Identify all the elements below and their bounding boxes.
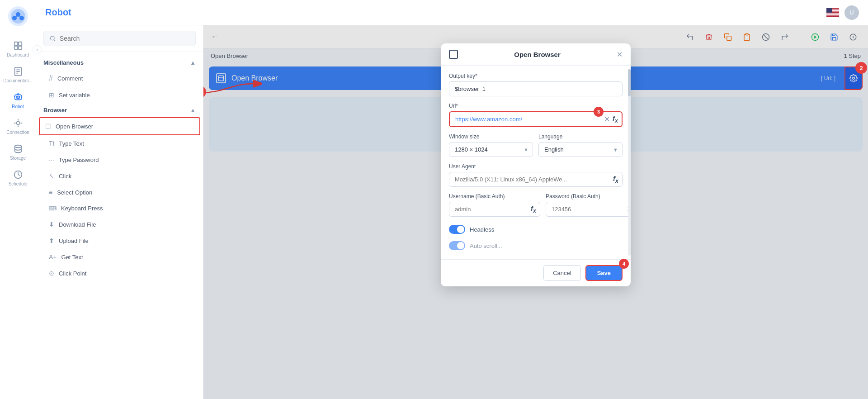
- cancel-button[interactable]: Cancel: [543, 265, 580, 281]
- save-button[interactable]: Save: [585, 265, 623, 281]
- app-logo[interactable]: [7, 5, 29, 27]
- svg-point-33: [50, 36, 54, 40]
- user-agent-group: User Agent fx: [449, 163, 623, 187]
- list-item-type-password[interactable]: ··· Type Password: [36, 152, 203, 168]
- annotation-badge-3: 3: [594, 107, 604, 117]
- sidebar-item-dashboard[interactable]: Dashboard: [0, 36, 36, 62]
- list-item-get-text[interactable]: A+ Get Text: [36, 249, 203, 265]
- sidebar-item-connection-label: Connection: [6, 130, 29, 135]
- sidebar-item-schedule[interactable]: Schedule: [0, 165, 36, 191]
- search-section: [36, 25, 203, 52]
- svg-point-22: [16, 121, 19, 124]
- list-item-set-variable[interactable]: ⊞ Set variable: [36, 87, 203, 103]
- password-group: Password (Basic Auth) fx: [546, 193, 631, 217]
- sidebar-item-storage[interactable]: Storage: [0, 139, 36, 165]
- sidebar-item-connection[interactable]: Connection: [0, 114, 36, 139]
- fx-url-button[interactable]: fx: [613, 114, 618, 124]
- click-icon: ↖: [49, 172, 54, 180]
- language-select[interactable]: English Chinese Japanese Korean French G…: [538, 142, 623, 157]
- svg-point-23: [14, 145, 21, 148]
- storage-icon: [13, 144, 23, 154]
- list-item-keyboard-press[interactable]: ⌨ Keyboard Press: [36, 200, 203, 216]
- list-item-open-browser[interactable]: ☐ Open Browser: [40, 118, 199, 134]
- sidebar-item-documentation[interactable]: Documentati...: [0, 62, 36, 88]
- sidebar: Dashboard Documentati... Robot Connecti: [0, 0, 36, 399]
- svg-point-17: [16, 96, 17, 98]
- username-wrapper: fx: [449, 202, 540, 217]
- modal-header: Open Browser ✕: [441, 43, 631, 66]
- language-flag[interactable]: [826, 8, 839, 17]
- headless-label: Headless: [470, 226, 494, 233]
- modal-body: Output key* Url* 3: [441, 66, 631, 259]
- sidebar-item-dashboard-label: Dashboard: [7, 52, 29, 57]
- list-item-download-file[interactable]: ⬇ Download File: [36, 216, 203, 233]
- modal-footer: Cancel Save 4: [441, 259, 631, 286]
- language-group: Language English Chinese Japanese Korean…: [538, 133, 623, 157]
- documentation-icon: [13, 66, 23, 76]
- clear-url-button[interactable]: ✕: [604, 115, 610, 124]
- user-avatar[interactable]: U: [844, 5, 859, 20]
- chevron-up-icon[interactable]: ▲: [190, 59, 196, 66]
- user-agent-wrapper: fx: [449, 172, 623, 187]
- url-input-wrapper: 3 ✕ fx: [449, 111, 623, 127]
- list-item-upload-file[interactable]: ⬆ Upload File: [36, 233, 203, 249]
- output-key-input[interactable]: [449, 81, 623, 96]
- list-item-click-point[interactable]: ⊙ Click Point: [36, 265, 203, 281]
- keyboard-icon: ⌨: [49, 205, 57, 212]
- modal-close-button[interactable]: ✕: [617, 50, 623, 59]
- list-item-comment[interactable]: # Comment: [36, 70, 203, 87]
- svg-rect-31: [826, 15, 839, 16]
- save-button-wrapper: Save 4: [585, 265, 623, 281]
- svg-rect-29: [826, 13, 839, 14]
- url-input[interactable]: [455, 112, 604, 126]
- sidebar-item-documentation-label: Documentati...: [3, 78, 32, 83]
- annotation-badge-4: 4: [619, 259, 629, 269]
- svg-rect-30: [826, 14, 839, 15]
- sidebar-item-robot[interactable]: Robot: [0, 88, 36, 114]
- svg-line-34: [54, 40, 55, 41]
- upload-icon: ⬆: [49, 237, 54, 244]
- window-size-label: Window size: [449, 133, 533, 140]
- modal-overlay: Open Browser ✕ Output key*: [203, 25, 868, 399]
- search-input[interactable]: [60, 35, 190, 42]
- window-size-select[interactable]: 800 × 600 1024 × 768 1280 × 1024 1920 × …: [449, 142, 533, 157]
- modal-header-icon: [449, 50, 458, 59]
- sidebar-item-storage-label: Storage: [10, 156, 26, 161]
- top-header: Robot U: [36, 0, 868, 25]
- headless-toggle[interactable]: [449, 225, 465, 234]
- type-text-icon: Tt: [49, 140, 54, 147]
- window-size-select-wrapper: 800 × 600 1024 × 768 1280 × 1024 1920 × …: [449, 142, 533, 157]
- modal-open-browser: Open Browser ✕ Output key*: [441, 43, 631, 286]
- left-panel: ‹ Miscellaneous ▲ # Comm: [36, 25, 203, 399]
- svg-point-18: [19, 96, 20, 98]
- fx-username-button[interactable]: fx: [531, 204, 536, 214]
- search-box[interactable]: [43, 31, 196, 46]
- second-toggle[interactable]: [449, 241, 465, 250]
- annotation-badge-2: 2: [855, 62, 867, 74]
- language-label: Language: [538, 133, 623, 140]
- dashboard-icon: [13, 41, 23, 51]
- fx-user-agent-button[interactable]: fx: [613, 175, 618, 184]
- panel-list: Miscellaneous ▲ # Comment ⊞ Set variable…: [36, 52, 203, 399]
- section-browser-label: Browser: [43, 107, 67, 114]
- output-key-group: Output key*: [449, 73, 623, 96]
- modal-scrollbar[interactable]: [628, 69, 631, 256]
- variable-icon: ⊞: [49, 91, 54, 99]
- headless-toggle-row: Headless: [449, 223, 623, 236]
- list-item-type-text[interactable]: Tt Type Text: [36, 135, 203, 152]
- second-toggle-label: Auto scroll...: [470, 242, 502, 249]
- username-input[interactable]: [455, 202, 531, 216]
- section-browser: Browser ▲: [36, 103, 203, 117]
- modal-scrollbar-thumb: [628, 69, 631, 96]
- chevron-up-icon-browser[interactable]: ▲: [190, 107, 196, 114]
- hash-icon: #: [49, 74, 53, 82]
- list-item-select-option[interactable]: ≡ Select Option: [36, 184, 203, 200]
- svg-rect-8: [18, 42, 21, 45]
- list-item-click[interactable]: ↖ Click: [36, 168, 203, 184]
- password-input[interactable]: [552, 202, 627, 216]
- language-select-wrapper: English Chinese Japanese Korean French G…: [538, 142, 623, 157]
- user-agent-input[interactable]: [455, 172, 613, 186]
- password-wrapper: fx: [546, 202, 631, 217]
- sidebar-item-schedule-label: Schedule: [9, 181, 28, 186]
- window-size-group: Window size 800 × 600 1024 × 768 1280 × …: [449, 133, 533, 157]
